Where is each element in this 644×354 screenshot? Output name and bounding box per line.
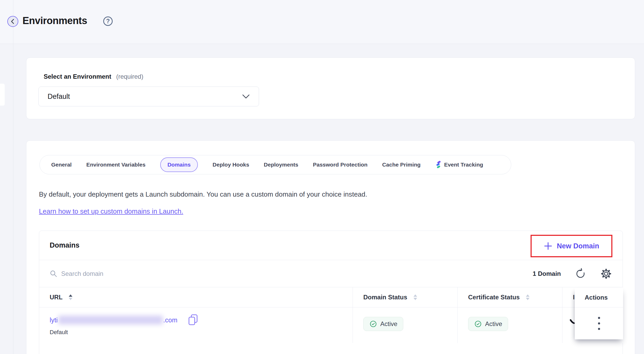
environment-dropdown[interactable]: Default xyxy=(38,87,259,106)
back-button[interactable] xyxy=(7,16,18,27)
column-header-domain-status: Domain Status xyxy=(353,287,458,307)
custom-domains-docs-link[interactable]: Learn how to set up custom domains in La… xyxy=(39,207,183,215)
domains-panel: Domains New Domain 1 Domain xyxy=(39,231,623,354)
settings-tabs: General Environment Variables Domains De… xyxy=(39,155,511,174)
search-input[interactable] xyxy=(61,270,171,277)
table-row-certificate-status-cell: Active xyxy=(458,307,562,343)
sidebar-divider xyxy=(13,0,13,354)
environment-settings-card: General Environment Variables Domains De… xyxy=(26,140,635,354)
tab-event-tracking-label: Event Tracking xyxy=(444,162,483,168)
tab-event-tracking[interactable]: Event Tracking xyxy=(435,161,483,169)
new-domain-button[interactable]: New Domain xyxy=(531,235,612,257)
sort-url[interactable] xyxy=(69,294,72,300)
actions-column-panel: Actions xyxy=(575,288,623,339)
refresh-icon[interactable] xyxy=(574,268,586,280)
domain-count: 1 Domain xyxy=(533,270,561,277)
tab-deployments[interactable]: Deployments xyxy=(264,162,298,168)
domains-table: URL Domain Status Certificate Status I l… xyxy=(39,287,623,343)
domains-description: By default, your deployment gets a Launc… xyxy=(39,190,367,198)
tab-cache-priming[interactable]: Cache Priming xyxy=(382,162,421,168)
copy-icon[interactable] xyxy=(187,314,199,326)
tab-deploy-hooks[interactable]: Deploy Hooks xyxy=(212,162,249,168)
table-row-url-cell: lyti.com Default xyxy=(39,307,353,343)
domain-url-link[interactable]: lyti.com xyxy=(50,316,177,324)
gear-icon[interactable] xyxy=(600,268,612,280)
column-header-certificate-status: Certificate Status xyxy=(458,287,562,307)
tab-password-protection[interactable]: Password Protection xyxy=(313,162,367,168)
tab-general[interactable]: General xyxy=(51,162,72,168)
required-hint: (required) xyxy=(116,73,143,80)
environment-dropdown-value: Default xyxy=(48,93,242,101)
select-environment-label: Select an Environment xyxy=(44,73,111,80)
check-circle-icon xyxy=(369,320,377,328)
tab-environment-variables[interactable]: Environment Variables xyxy=(86,162,145,168)
certificate-status-badge: Active xyxy=(468,317,508,331)
search-icon xyxy=(50,270,58,278)
chevron-down-icon xyxy=(242,94,250,99)
new-domain-button-label: New Domain xyxy=(557,242,599,250)
help-icon[interactable]: ? xyxy=(103,16,113,26)
kebab-menu-icon[interactable] xyxy=(595,314,603,333)
page-header xyxy=(0,0,644,44)
redacted-url-segment xyxy=(58,316,163,324)
tab-domains[interactable]: Domains xyxy=(160,157,198,172)
domains-panel-title: Domains xyxy=(50,241,79,249)
domain-status-badge: Active xyxy=(363,317,403,331)
column-header-url: URL xyxy=(39,287,353,307)
table-row-domain-status-cell: Active xyxy=(353,307,458,343)
row-environment-label: Default xyxy=(50,329,353,336)
check-circle-icon xyxy=(474,320,482,328)
sidebar-collapsed-chip xyxy=(0,84,5,106)
plus-icon xyxy=(544,242,553,250)
sort-certificate-status[interactable] xyxy=(526,294,530,300)
column-header-actions: Actions xyxy=(575,288,623,307)
page-title: Environments xyxy=(22,15,87,26)
obscured-cell-glyph xyxy=(570,319,575,326)
sort-domain-status[interactable] xyxy=(413,294,417,300)
event-tracking-icon xyxy=(435,161,441,169)
chevron-left-icon xyxy=(10,18,15,25)
environment-selector-card: Select an Environment (required) Default xyxy=(26,58,635,119)
